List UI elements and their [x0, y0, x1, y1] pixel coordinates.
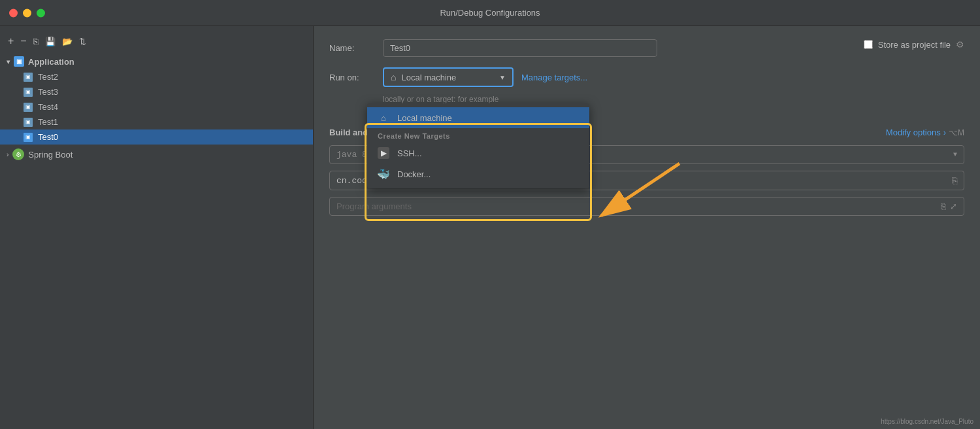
- app-chevron-icon: ▾: [7, 58, 10, 65]
- dropdown-ssh[interactable]: ▶ SSH...: [367, 143, 589, 163]
- dropdown-ssh-label: SSH...: [397, 148, 422, 158]
- class-field-icon[interactable]: ⎘: [952, 175, 957, 186]
- store-project-checkbox[interactable]: [864, 40, 873, 49]
- add-icon[interactable]: +: [8, 35, 14, 47]
- arrow-annotation: [575, 157, 693, 235]
- name-input[interactable]: [383, 39, 657, 57]
- sidebar: + − ⎘ 💾 📂 ⇅ ▾ ▣ Application ▣ Test2 ▣ Te…: [0, 26, 314, 429]
- sidebar-item-test4[interactable]: ▣ Test4: [0, 99, 313, 114]
- house-icon: ⌂: [391, 72, 396, 82]
- spring-chevron-icon: ›: [7, 151, 8, 158]
- dropdown-local-machine[interactable]: ⌂ Local machine: [367, 107, 589, 128]
- file-icon-active: ▣: [24, 133, 33, 142]
- store-project-label: Store as project file: [878, 40, 951, 50]
- build-label: Build and: [329, 128, 368, 137]
- modify-options-label: Modify options: [886, 128, 941, 137]
- dropdown-menu: ⌂ Local machine Create New Targets ▶ SSH…: [367, 103, 589, 188]
- minimize-button[interactable]: [23, 9, 31, 17]
- folder-icon[interactable]: 📂: [62, 37, 73, 46]
- window-controls: [9, 9, 45, 17]
- run-on-label: Run on:: [329, 73, 375, 82]
- dropdown-section-create: Create New Targets: [367, 128, 589, 143]
- run-on-dropdown[interactable]: ⌂ Local machine ▼: [383, 67, 514, 87]
- gear-icon[interactable]: ⚙: [956, 39, 964, 50]
- sidebar-item-label: Test1: [38, 117, 58, 127]
- prog-args-copy-icon[interactable]: ⎘: [941, 201, 946, 211]
- dropdown-local-label: Local machine: [397, 113, 452, 123]
- right-panel: Store as project file ⚙ Name: Run on: ⌂ …: [314, 26, 980, 429]
- file-icon: ▣: [24, 88, 33, 97]
- manage-targets-link[interactable]: Manage targets...: [521, 73, 587, 82]
- sidebar-item-label: Test4: [38, 102, 58, 112]
- sidebar-item-test3[interactable]: ▣ Test3: [0, 84, 313, 99]
- sidebar-spring-boot[interactable]: › ⚙ Spring Boot: [0, 146, 313, 163]
- shortcut-text: ⌥M: [949, 128, 964, 137]
- dropdown-docker[interactable]: 🐳 Docker...: [367, 163, 589, 184]
- store-project-row: Store as project file ⚙: [864, 39, 964, 50]
- file-icon: ▣: [24, 103, 33, 112]
- app-section-header[interactable]: ▾ ▣ Application: [0, 54, 313, 69]
- desc-line1: locally or on a target: for example: [383, 95, 498, 104]
- ssh-icon: ▶: [378, 147, 389, 159]
- dropdown-docker-label: Docker...: [397, 169, 431, 179]
- sidebar-item-label: Test3: [38, 87, 58, 97]
- sidebar-item-test1[interactable]: ▣ Test1: [0, 114, 313, 129]
- title-bar: Run/Debug Configurations: [0, 0, 980, 26]
- sdk-dropdown-arrow-icon: ▼: [953, 151, 957, 158]
- close-button[interactable]: [9, 9, 18, 17]
- app-section-label: Application: [28, 57, 74, 67]
- name-label: Name:: [329, 43, 375, 53]
- local-house-icon: ⌂: [378, 112, 389, 124]
- sidebar-item-label: Test0: [38, 132, 58, 142]
- watermark: https://blog.csdn.net/Java_Pluto: [881, 418, 973, 425]
- sidebar-toolbar: + − ⎘ 💾 📂 ⇅: [0, 31, 313, 54]
- application-icon: ▣: [14, 56, 24, 67]
- file-icon: ▣: [24, 73, 33, 82]
- create-new-label: Create New Targets: [378, 132, 450, 140]
- spring-boot-label: Spring Boot: [28, 150, 73, 160]
- save-icon[interactable]: 💾: [45, 37, 56, 46]
- sort-icon[interactable]: ⇅: [79, 37, 86, 46]
- modify-chevron-icon: ›: [943, 128, 946, 137]
- sidebar-item-test2[interactable]: ▣ Test2: [0, 69, 313, 84]
- maximize-button[interactable]: [37, 9, 45, 17]
- remove-icon[interactable]: −: [20, 35, 26, 47]
- modify-options-button[interactable]: Modify options › ⌥M: [886, 128, 964, 137]
- sidebar-item-test0[interactable]: ▣ Test0: [0, 129, 313, 145]
- docker-icon: 🐳: [378, 168, 389, 180]
- sidebar-item-label: Test2: [38, 72, 58, 82]
- prog-args-placeholder: Program arguments: [336, 201, 936, 211]
- prog-args-row: Program arguments ⎘ ⤢: [329, 197, 964, 216]
- prog-args-icons: ⎘ ⤢: [941, 201, 957, 211]
- window-title: Run/Debug Configurations: [440, 8, 540, 18]
- prog-args-expand-icon[interactable]: ⤢: [950, 201, 957, 211]
- run-on-value: Local machine: [401, 73, 494, 82]
- file-icon: ▣: [24, 118, 33, 127]
- dropdown-arrow-icon: ▼: [499, 74, 506, 81]
- copy-icon[interactable]: ⎘: [33, 37, 39, 46]
- main-layout: + − ⎘ 💾 📂 ⇅ ▾ ▣ Application ▣ Test2 ▣ Te…: [0, 26, 980, 429]
- spring-icon: ⚙: [12, 148, 24, 160]
- run-on-row: Run on: ⌂ Local machine ▼ Manage targets…: [329, 67, 964, 87]
